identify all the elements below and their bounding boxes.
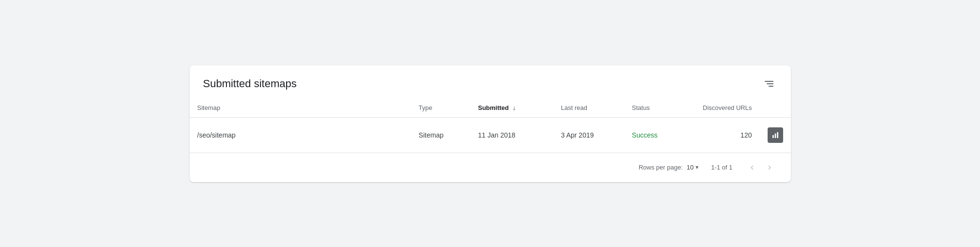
svg-rect-0: [772, 135, 774, 138]
card-header: Submitted sitemaps: [190, 65, 791, 98]
sitemap-path: /seo/sitemap: [190, 117, 411, 153]
col-header-type: Type: [411, 98, 470, 118]
sitemap-status: Success: [624, 117, 695, 153]
table-footer: Rows per page: 10 ▼ 1-1 of 1: [190, 153, 791, 182]
sitemap-type: Sitemap: [411, 117, 470, 153]
rows-per-page-value: 10: [687, 164, 693, 171]
table-header-row: Sitemap Type Submitted ↓ Last read Statu…: [190, 98, 791, 118]
rows-per-page-label: Rows per page:: [639, 164, 683, 171]
pagination-nav: [744, 160, 777, 175]
bar-chart-icon: [771, 131, 779, 139]
next-page-button[interactable]: [762, 160, 777, 175]
sitemaps-table: Sitemap Type Submitted ↓ Last read Statu…: [190, 98, 791, 153]
chevron-left-icon: [748, 163, 756, 172]
dropdown-arrow-icon: ▼: [695, 165, 700, 170]
filter-button[interactable]: [761, 77, 777, 91]
submitted-sitemaps-card: Submitted sitemaps Sitemap Type: [190, 65, 791, 182]
rows-per-page-control: Rows per page: 10 ▼: [639, 164, 699, 171]
sitemap-discovered: 120: [695, 117, 759, 153]
sitemap-submitted: 11 Jan 2018: [470, 117, 553, 153]
svg-rect-2: [777, 132, 778, 138]
col-header-action: [759, 98, 790, 118]
col-header-submitted[interactable]: Submitted ↓: [470, 98, 553, 118]
chart-button[interactable]: [768, 127, 783, 143]
col-header-lastread: Last read: [553, 98, 624, 118]
filter-icon: [765, 81, 773, 87]
sitemap-chart-cell: [759, 117, 790, 153]
svg-rect-1: [774, 133, 776, 138]
col-header-discovered: Discovered URLs: [695, 98, 759, 118]
prev-page-button[interactable]: [744, 160, 760, 175]
sitemap-lastread: 3 Apr 2019: [553, 117, 624, 153]
rows-per-page-dropdown[interactable]: 10 ▼: [687, 164, 699, 171]
col-header-status: Status: [624, 98, 695, 118]
pagination-info: 1-1 of 1: [711, 164, 732, 171]
sort-arrow-icon: ↓: [513, 104, 516, 111]
page-title: Submitted sitemaps: [203, 77, 297, 90]
chevron-right-icon: [765, 163, 774, 172]
table-row: /seo/sitemap Sitemap 11 Jan 2018 3 Apr 2…: [190, 117, 791, 153]
col-header-sitemap: Sitemap: [190, 98, 411, 118]
